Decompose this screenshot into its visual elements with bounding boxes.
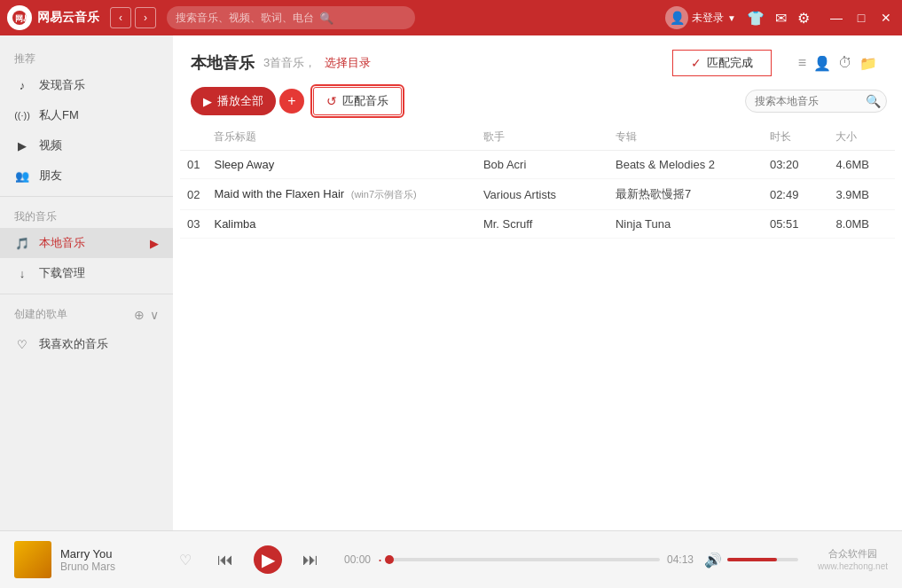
sidebar-item-label-fm: 私人FM <box>39 107 79 123</box>
table-header-row: 音乐标题 歌手 专辑 时长 大小 <box>180 124 895 151</box>
sidebar-item-label-local: 本地音乐 <box>39 235 85 251</box>
table-row[interactable]: 02 Maid with the Flaxen Hair (win7示例音乐) … <box>180 179 895 210</box>
list-view-icon[interactable]: ≡ <box>798 55 806 71</box>
col-title-header: 音乐标题 <box>207 124 475 151</box>
col-size-header: 大小 <box>828 124 895 151</box>
song-name-text: Maid with the Flaxen Hair <box>214 187 344 200</box>
song-title: Sleep Away <box>207 151 475 179</box>
next-button[interactable]: ⏭ <box>296 545 325 574</box>
song-name-text: Kalimba <box>214 217 255 231</box>
search-icon: 🔍 <box>319 12 333 25</box>
song-size: 8.0MB <box>828 210 895 239</box>
local-music-icon: 🎵 <box>14 235 30 251</box>
sidebar-item-video[interactable]: ▶ 视频 <box>0 130 173 161</box>
sidebar-item-friends[interactable]: 👥 朋友 <box>0 161 173 191</box>
app-name: 网易云音乐 <box>37 10 99 26</box>
folder-icon[interactable]: 📁 <box>859 55 877 72</box>
player-bar: Marry You Bruno Mars ♡ ⏮ ▶ ⏭ 00:00 · 04:… <box>0 530 902 588</box>
song-album: Ninja Tuna <box>608 210 763 239</box>
titlebar: 网易 网易云音乐 ‹ › 搜索音乐、视频、歌词、电台 🔍 👤 未登录 ▼ 👕 ✉… <box>0 0 902 35</box>
collapse-playlist-button[interactable]: ∨ <box>150 308 159 322</box>
shirt-icon[interactable]: 👕 <box>747 10 765 27</box>
match-music-button[interactable]: ↺ 匹配音乐 <box>313 87 402 115</box>
progress-dot <box>385 555 394 564</box>
time-current: 00:00 <box>344 553 371 566</box>
volume-fill <box>727 558 777 561</box>
table-row[interactable]: 01 Sleep Away Bob Acri Beats & Melodies … <box>180 151 895 179</box>
sidebar-item-liked[interactable]: ♡ 我喜欢的音乐 <box>0 329 173 359</box>
watermark: 合众软件园 www.hezhong.net <box>818 547 888 571</box>
settings-icon[interactable]: ⚙ <box>797 10 810 27</box>
user-icon[interactable]: 👤 <box>813 55 831 72</box>
match-label: 匹配音乐 <box>342 93 388 109</box>
playlist-controls: ⊕ ∨ <box>134 308 159 322</box>
time-total: 04:13 <box>667 553 694 566</box>
maximize-button[interactable]: □ <box>852 11 870 25</box>
clock-icon[interactable]: ⏱ <box>838 55 852 71</box>
main-area: 推荐 ♪ 发现音乐 ((·)) 私人FM ▶ 视频 👥 朋友 我的音乐 🎵 本地… <box>0 35 902 530</box>
progress-bar[interactable] <box>389 558 660 561</box>
search-bar[interactable]: 搜索音乐、视频、歌词、电台 🔍 <box>167 6 415 29</box>
song-artist: Bob Acri <box>476 151 608 179</box>
song-title: Maid with the Flaxen Hair (win7示例音乐) <box>207 179 475 210</box>
minimize-button[interactable]: — <box>827 11 845 25</box>
add-playlist-button[interactable]: ⊕ <box>134 308 145 322</box>
logo-icon: 网易 <box>7 5 32 30</box>
content-area: 本地音乐 3首音乐， 选择目录 ✓ 匹配完成 ≡ 👤 ⏱ 📁 ▶ 播放全部 <box>173 35 902 530</box>
user-area[interactable]: 👤 未登录 ▼ <box>665 6 736 29</box>
local-search-icon: 🔍 <box>866 94 881 108</box>
player-controls: ⏮ ▶ ⏭ <box>211 545 325 574</box>
track-artist: Bruno Mars <box>60 561 170 573</box>
mail-icon[interactable]: ✉ <box>775 10 787 27</box>
song-artist: Mr. Scruff <box>476 210 608 239</box>
play-pause-button[interactable]: ▶ <box>254 545 282 574</box>
sidebar-item-local[interactable]: 🎵 本地音乐 ▶ <box>0 228 173 258</box>
col-artist-header: 歌手 <box>476 124 608 151</box>
play-all-label: 播放全部 <box>217 93 263 109</box>
sidebar-divider-1 <box>0 196 173 197</box>
like-button[interactable]: ♡ <box>179 552 192 568</box>
volume-bar[interactable] <box>727 558 798 561</box>
section-playlists: 创建的歌单 <box>14 307 134 322</box>
row-number: 02 <box>180 179 207 210</box>
section-recommend: 推荐 <box>0 44 173 70</box>
col-duration-header: 时长 <box>763 124 829 151</box>
sidebar-item-label-discover: 发现音乐 <box>39 77 85 93</box>
progress-area: 00:00 · 04:13 <box>344 551 694 569</box>
close-button[interactable]: ✕ <box>877 11 895 25</box>
sidebar-item-download[interactable]: ↓ 下载管理 <box>0 258 173 288</box>
track-info: Marry You Bruno Mars <box>60 547 170 573</box>
discover-icon: ♪ <box>14 77 30 93</box>
playlist-header: 创建的歌单 ⊕ ∨ <box>0 300 173 329</box>
song-duration: 05:51 <box>763 210 829 239</box>
match-complete-badge: ✓ 匹配完成 <box>672 50 772 76</box>
back-button[interactable]: ‹ <box>110 7 131 28</box>
song-album: 最新热歌慢摇7 <box>608 179 763 210</box>
sidebar-item-label-friends: 朋友 <box>39 168 62 184</box>
content-toolbar: ▶ 播放全部 + ↺ 匹配音乐 🔍 <box>191 87 884 115</box>
song-list-container: 音乐标题 歌手 专辑 时长 大小 01 Sleep Away Bob Acri … <box>173 124 902 530</box>
col-num-header <box>180 124 207 151</box>
select-directory-link[interactable]: 选择目录 <box>325 55 371 71</box>
album-art-inner <box>14 541 51 578</box>
title-row: 本地音乐 3首音乐， 选择目录 ✓ 匹配完成 ≡ 👤 ⏱ 📁 <box>191 50 884 76</box>
local-search: 🔍 <box>745 90 881 113</box>
app-logo: 网易 网易云音乐 <box>7 5 99 30</box>
prev-button[interactable]: ⏮ <box>211 545 239 574</box>
table-row[interactable]: 03 Kalimba Mr. Scruff Ninja Tuna 05:51 8… <box>180 210 895 239</box>
check-icon: ✓ <box>691 56 702 70</box>
song-duration: 02:49 <box>763 179 829 210</box>
video-icon: ▶ <box>14 137 30 153</box>
play-indicator: ▶ <box>150 237 159 250</box>
fm-icon: ((·)) <box>14 107 30 123</box>
view-controls: ≡ 👤 ⏱ 📁 <box>798 55 877 72</box>
sidebar-item-fm[interactable]: ((·)) 私人FM <box>0 100 173 130</box>
add-to-queue-button[interactable]: + <box>279 89 304 114</box>
volume-icon[interactable]: 🔊 <box>704 552 722 568</box>
song-count: 3首音乐， <box>263 55 316 71</box>
sidebar-item-discover[interactable]: ♪ 发现音乐 <box>0 70 173 100</box>
time-dot: · <box>378 551 382 569</box>
titlebar-right: 👤 未登录 ▼ 👕 ✉ ⚙ — □ ✕ <box>665 6 895 29</box>
forward-button[interactable]: › <box>135 7 156 28</box>
play-all-button[interactable]: ▶ 播放全部 <box>191 87 276 115</box>
